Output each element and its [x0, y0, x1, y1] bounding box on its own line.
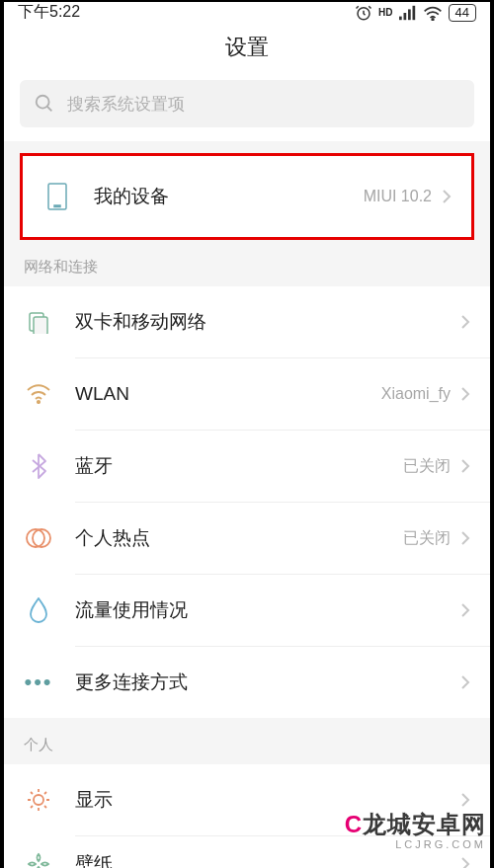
- page-header: 设置: [4, 23, 490, 80]
- status-time: 下午5:22: [18, 2, 80, 23]
- bluetooth-row[interactable]: 蓝牙 已关闭: [4, 431, 490, 502]
- network-section-header: 网络和连接: [4, 240, 490, 286]
- wallpaper-row[interactable]: 壁纸: [4, 836, 490, 868]
- search-placeholder: 搜索系统设置项: [67, 93, 185, 116]
- svg-rect-10: [34, 317, 47, 334]
- svg-rect-4: [412, 5, 415, 19]
- dual-sim-label: 双卡和移动网络: [75, 309, 460, 335]
- more-icon: •••: [24, 668, 53, 697]
- wlan-value: Xiaomi_fy: [381, 385, 451, 403]
- drop-icon: [24, 595, 53, 625]
- signal-icon: [399, 5, 417, 21]
- wlan-label: WLAN: [75, 383, 381, 405]
- sim-icon: [24, 307, 53, 337]
- hotspot-row[interactable]: 个人热点 已关闭: [4, 503, 490, 574]
- chevron-right-icon: [460, 386, 470, 402]
- svg-point-11: [38, 401, 40, 403]
- wlan-row[interactable]: WLAN Xiaomi_fy: [4, 358, 490, 430]
- brightness-icon: [24, 785, 53, 815]
- wifi-icon: [423, 5, 443, 21]
- page-title: 设置: [4, 33, 490, 62]
- my-device-row[interactable]: 我的设备 MIUI 10.2: [23, 156, 471, 237]
- search-icon: [34, 93, 55, 115]
- more-connections-row[interactable]: ••• 更多连接方式: [4, 647, 490, 718]
- bluetooth-value: 已关闭: [403, 456, 451, 477]
- data-usage-row[interactable]: 流量使用情况: [4, 575, 490, 646]
- chevron-right-icon: [460, 530, 470, 546]
- display-label: 显示: [75, 787, 460, 813]
- chevron-right-icon: [460, 602, 470, 618]
- svg-point-14: [34, 795, 43, 805]
- bluetooth-label: 蓝牙: [75, 453, 403, 479]
- status-icons: HD 44: [355, 4, 476, 22]
- svg-rect-8: [54, 205, 60, 207]
- phone-icon: [42, 182, 72, 211]
- svg-rect-3: [408, 9, 411, 20]
- my-device-highlight: 我的设备 MIUI 10.2: [20, 153, 474, 240]
- data-usage-label: 流量使用情况: [75, 597, 460, 623]
- battery-indicator: 44: [449, 4, 476, 22]
- bluetooth-icon: [24, 451, 53, 481]
- svg-point-5: [432, 18, 434, 20]
- search-input[interactable]: 搜索系统设置项: [20, 80, 474, 127]
- flower-icon: [24, 849, 53, 868]
- chevron-right-icon: [460, 856, 470, 868]
- personal-section-header: 个人: [4, 718, 490, 764]
- dual-sim-row[interactable]: 双卡和移动网络: [4, 286, 490, 357]
- hotspot-icon: [24, 523, 53, 553]
- display-row[interactable]: 显示: [4, 764, 490, 835]
- chevron-right-icon: [460, 792, 470, 808]
- signal-hd-icon: HD: [378, 7, 392, 18]
- hotspot-label: 个人热点: [75, 525, 403, 551]
- svg-rect-2: [403, 13, 406, 20]
- hotspot-value: 已关闭: [403, 528, 451, 549]
- my-device-label: 我的设备: [94, 184, 364, 209]
- chevron-right-icon: [460, 458, 470, 474]
- chevron-right-icon: [442, 189, 452, 204]
- my-device-value: MIUI 10.2: [364, 188, 432, 205]
- svg-point-6: [37, 96, 49, 109]
- chevron-right-icon: [460, 314, 470, 330]
- more-connections-label: 更多连接方式: [75, 670, 460, 695]
- chevron-right-icon: [460, 674, 470, 690]
- svg-rect-1: [399, 16, 402, 20]
- status-bar: 下午5:22 HD 44: [4, 2, 490, 23]
- wallpaper-label: 壁纸: [75, 851, 460, 868]
- wifi-icon: [24, 379, 53, 409]
- alarm-icon: [355, 4, 372, 22]
